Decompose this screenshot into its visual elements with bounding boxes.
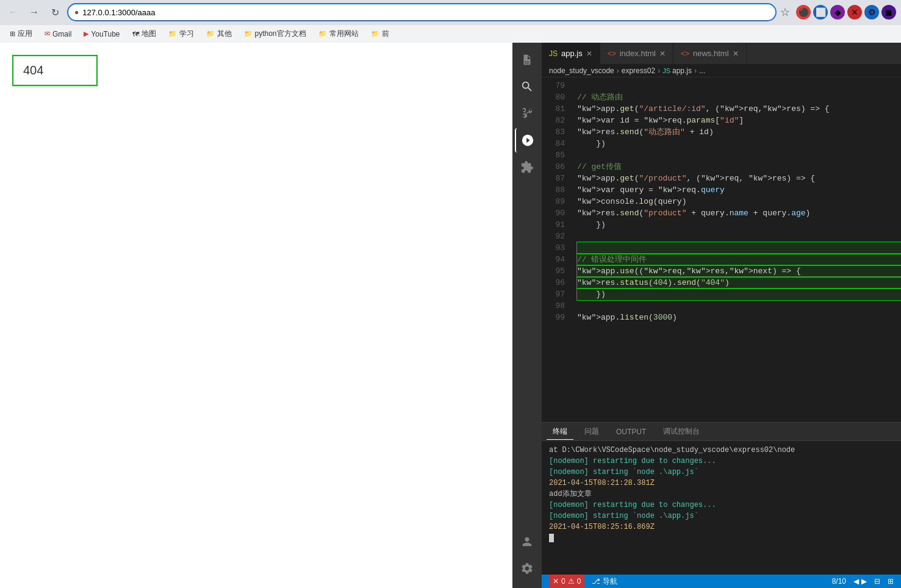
ext-icon-2[interactable]: ⬜ [813,5,828,20]
terminal-tab-problems[interactable]: 问题 [578,424,605,439]
breadcrumb-sep-2: › [658,66,660,75]
forward-button[interactable]: → [26,4,43,21]
breadcrumb-file[interactable]: JS app.js [662,66,692,75]
editor-tab-news-label: news.html [693,49,729,58]
code-line-82: "kw">var id = "kw">req.params["id"] [577,115,901,126]
ext-icon-5[interactable]: ⚙ [864,5,879,20]
terminal-tab-output[interactable]: OUTPUT [610,425,652,439]
bookmark-gmail[interactable]: ✉ Gmail [40,29,76,40]
editor-tab-index-label: index.html [620,49,656,58]
error-icon: ✕ [553,577,559,586]
bookmark-youtube[interactable]: ▶ YouTube [79,29,124,40]
terminal-tab-debug[interactable]: 调试控制台 [657,424,706,439]
bookmark-common-label: 常用网站 [329,29,359,39]
code-content[interactable]: // 动态路由 "kw">app.get("/article/:id", ("k… [572,77,901,422]
code-line-80: // 动态路由 [577,91,901,103]
bookmark-other-label: 其他 [217,29,232,39]
code-line-97: }) [577,289,901,300]
url-input[interactable] [82,8,769,17]
status-line-col[interactable]: 8/10 [832,577,846,586]
bookmark-maps-label: 地图 [142,29,156,39]
status-zoom-in[interactable]: ⊞ [888,577,894,586]
code-line-85 [577,149,901,161]
bookmark-youtube-label: YouTube [91,30,120,38]
bookmark-other[interactable]: 📁 其他 [201,27,237,40]
breadcrumb-sep-1: › [617,66,619,75]
bookmark-front-label: 前 [382,29,389,39]
maps-favicon: 🗺 [132,30,139,38]
error-count: 0 [561,577,565,586]
bookmark-apps[interactable]: ⊞ 应用 [5,27,37,40]
breadcrumb-root[interactable]: node_study_vscode [549,66,614,75]
terminal-line: at D:\CWork\VSCodeSpace\node_study_vscod… [549,445,894,456]
python-favicon: 📁 [244,30,253,38]
breadcrumb-js-icon: JS [662,67,670,74]
activity-extensions-icon[interactable] [515,155,539,179]
ext-icon-3[interactable]: ◆ [830,5,845,20]
html-file-icon-2: <> [681,49,689,58]
bookmark-python[interactable]: 📁 python官方文档 [239,27,311,40]
terminal-line: [nodemon] starting `node .\app.js` [549,511,894,522]
status-nav-arrows[interactable]: ◀ ▶ [853,577,867,586]
bookmark-maps[interactable]: 🗺 地图 [127,27,161,40]
terminal-line: [nodemon] restarting due to changes... [549,456,894,467]
code-line-98 [577,300,901,312]
terminal-line: add添加文章 [549,489,894,500]
warning-count: 0 [577,577,581,586]
code-line-95: "kw">app.use(("kw">req,"kw">res,"kw">nex… [577,265,901,277]
terminal-line: [nodemon] starting `node .\app.js` [549,467,894,478]
code-line-84: }) [577,138,901,149]
activity-account-icon[interactable] [515,529,539,554]
reload-button[interactable]: ↻ [46,4,63,21]
code-editor: 7980818283848586878889909192939495969798… [542,77,901,422]
code-line-91: }) [577,219,901,231]
bookmark-front[interactable]: 📁 前 [366,27,394,40]
code-line-81: "kw">app.get("/article/:id", ("kw">req,"… [577,103,901,115]
status-bar: ✕ 0 ⚠ 0 ⎇ 导航 8/10 ◀ ▶ ⊟ [542,575,901,588]
editor-tab-news-close[interactable]: ✕ [733,49,739,58]
code-line-86: // get传值 [577,161,901,173]
status-zoom-out[interactable]: ⊟ [874,577,880,586]
bookmark-common[interactable]: 📁 常用网站 [314,27,364,40]
line-numbers: 7980818283848586878889909192939495969798… [542,77,572,422]
terminal-content[interactable]: at D:\CWork\VSCodeSpace\node_study_vscod… [542,441,901,575]
main-area: 404 JS app. [0,43,901,588]
status-right: 8/10 ◀ ▶ ⊟ ⊞ [832,577,894,586]
warning-icon: ⚠ [568,577,575,586]
editor-tab-news[interactable]: <> news.html ✕ [673,43,747,64]
terminal-tabs: 终端 问题 OUTPUT 调试控制台 [542,423,901,441]
bookmark-python-label: python官方文档 [255,29,306,39]
breadcrumb-dir[interactable]: express02 [622,66,655,75]
terminal-line: 2021-04-15T08:25:16.869Z [549,522,894,532]
study-favicon: 📁 [168,30,177,38]
editor-tab-index[interactable]: <> index.html ✕ [600,43,673,64]
html-file-icon-1: <> [608,49,616,58]
activity-search-icon[interactable] [515,74,539,99]
address-bar: ● [67,3,777,21]
back-button[interactable]: ← [5,4,22,21]
zoom-in-icon: ⊞ [888,577,894,586]
status-git-branch[interactable]: ⎇ 导航 [592,576,617,587]
ext-icon-4[interactable]: ✕ [847,5,862,20]
breadcrumb-symbol: ... [699,66,705,75]
editor-tab-index-close[interactable]: ✕ [659,49,666,58]
code-line-93 [577,242,901,254]
editor-tab-appjs[interactable]: JS app.js ✕ [542,43,600,64]
nav-prev-icon: ◀ [853,577,859,586]
terminal-tab-terminal[interactable]: 终端 [547,424,573,440]
bookmark-star-icon[interactable]: ☆ [780,5,790,19]
front-favicon: 📁 [371,30,379,38]
activity-settings-icon[interactable] [515,556,539,581]
ext-icon-6[interactable]: ◼ [881,5,896,20]
bookmark-apps-label: 应用 [18,29,32,39]
activity-debug-icon[interactable] [515,128,539,152]
activity-explorer-icon[interactable] [515,48,539,72]
bookmark-study[interactable]: 📁 学习 [163,27,199,40]
branch-icon: ⎇ [592,577,600,586]
ext-icon-1[interactable]: ⚫ [796,5,811,20]
editor-tab-appjs-close[interactable]: ✕ [586,49,592,58]
terminal-line: [nodemon] restarting due to changes... [549,500,894,511]
status-errors[interactable]: ✕ 0 ⚠ 0 [549,575,584,588]
vscode-area: JS app.js ✕ <> index.html ✕ <> news.html… [542,43,901,588]
activity-git-icon[interactable] [515,101,539,126]
